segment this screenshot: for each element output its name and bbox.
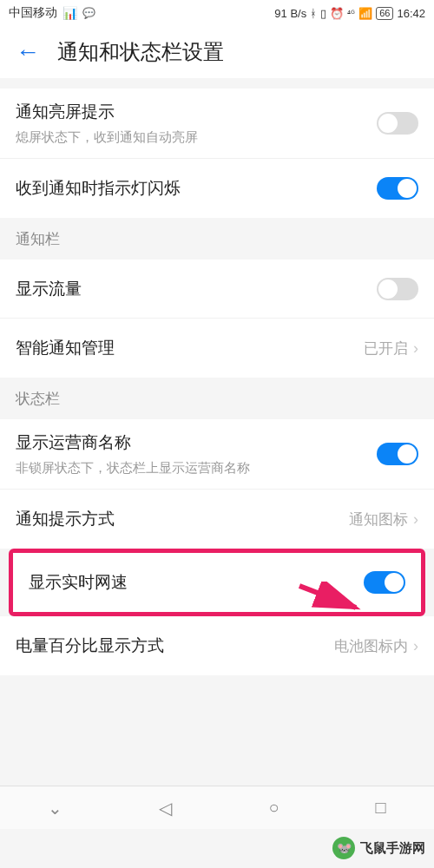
row-title: 智能通知管理: [16, 337, 364, 359]
signal-icon: ⁴ᴳ: [347, 9, 355, 18]
alarm-icon: ⏰: [330, 7, 344, 20]
row-show-carrier[interactable]: 显示运营商名称 非锁屏状态下，状态栏上显示运营商名称: [0, 419, 434, 490]
signal-bars-icon: 📶: [358, 7, 372, 20]
toggle-show-carrier[interactable]: [377, 443, 418, 465]
nav-recent-icon[interactable]: □: [375, 798, 385, 818]
header: ← 通知和状态栏设置: [0, 26, 434, 78]
row-title: 通知亮屏提示: [16, 101, 377, 123]
toggle-show-traffic[interactable]: [377, 278, 418, 300]
status-bar: 中国移动 📊 💬 91 B/s ᚼ ▯ ⏰ ⁴ᴳ 📶 66 16:42: [0, 0, 434, 26]
row-subtitle: 非锁屏状态下，状态栏上显示运营商名称: [16, 458, 377, 477]
section-header-statusbar: 状态栏: [0, 378, 434, 419]
row-title: 显示实时网速: [29, 571, 364, 594]
toggle-screen-on[interactable]: [377, 112, 418, 135]
network-speed: 91 B/s: [274, 7, 306, 20]
row-title: 显示运营商名称: [16, 431, 377, 454]
chevron-right-icon: ›: [413, 637, 418, 655]
watermark: 🐭 飞鼠手游网: [332, 837, 425, 859]
row-battery-mode[interactable]: 电量百分比显示方式 电池图标内 ›: [0, 616, 434, 675]
row-subtitle: 熄屏状态下，收到通知自动亮屏: [16, 128, 377, 146]
watermark-text: 飞鼠手游网: [360, 840, 425, 857]
row-show-speed[interactable]: 显示实时网速: [13, 553, 421, 612]
back-icon[interactable]: ←: [16, 38, 40, 66]
row-notify-method[interactable]: 通知提示方式 通知图标 ›: [0, 490, 434, 549]
navigation-bar: ⌄ ◁ ○ □: [0, 786, 434, 829]
row-show-traffic[interactable]: 显示流量: [0, 260, 434, 319]
row-value: 已开启: [364, 339, 408, 358]
row-screen-on-notify[interactable]: 通知亮屏提示 熄屏状态下，收到通知自动亮屏: [0, 89, 434, 159]
toggle-show-speed[interactable]: [364, 571, 405, 594]
toggle-led-blink[interactable]: [377, 177, 418, 200]
row-value: 电池图标内: [334, 636, 408, 656]
row-title: 显示流量: [16, 278, 377, 300]
section-header-notification: 通知栏: [0, 218, 434, 260]
carrier-label: 中国移动: [9, 5, 57, 21]
row-title: 收到通知时指示灯闪烁: [16, 177, 377, 200]
chevron-right-icon: ›: [413, 339, 418, 358]
activity-icon: 📊: [62, 6, 77, 20]
time-label: 16:42: [397, 7, 425, 20]
row-smart-notify[interactable]: 智能通知管理 已开启 ›: [0, 319, 434, 378]
highlight-annotation: 显示实时网速: [9, 549, 425, 616]
bluetooth-icon: ᚼ: [310, 7, 317, 20]
page-title: 通知和状态栏设置: [57, 38, 224, 66]
nav-dropdown-icon[interactable]: ⌄: [48, 798, 62, 819]
vibrate-icon: ▯: [320, 7, 326, 20]
row-value: 通知图标: [349, 510, 408, 529]
row-led-blink[interactable]: 收到通知时指示灯闪烁: [0, 159, 434, 218]
row-title: 通知提示方式: [16, 508, 349, 530]
watermark-icon: 🐭: [332, 837, 355, 859]
battery-icon: 66: [376, 7, 393, 20]
chevron-right-icon: ›: [413, 510, 418, 529]
wechat-icon: 💬: [82, 7, 95, 19]
nav-home-icon[interactable]: ○: [268, 798, 279, 818]
row-title: 电量百分比显示方式: [16, 635, 334, 657]
nav-back-icon[interactable]: ◁: [159, 798, 172, 819]
